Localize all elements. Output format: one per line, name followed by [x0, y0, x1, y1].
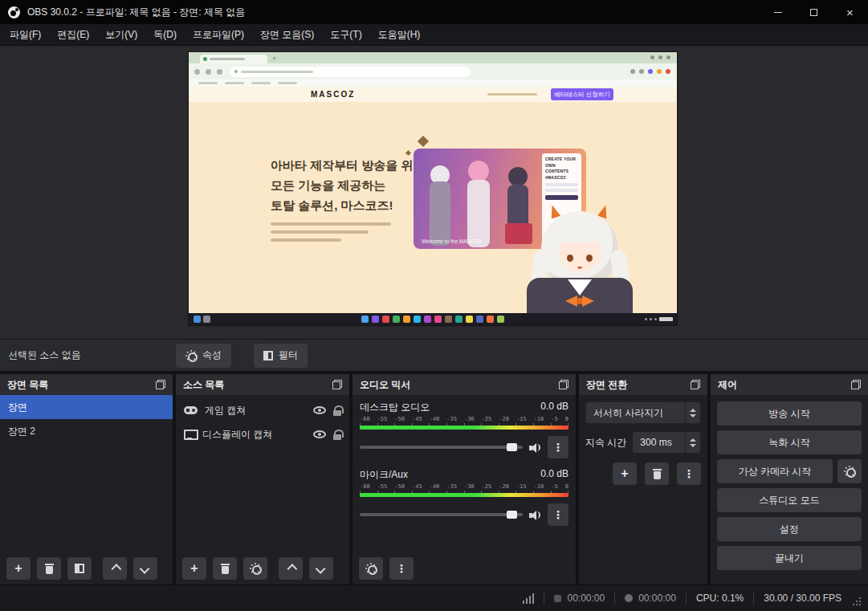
slider-handle[interactable] — [507, 511, 517, 519]
headline-line: 아바타 제작부터 방송을 위한 — [271, 155, 426, 175]
start-virtual-camera-button[interactable]: 가상 카메라 시작 — [717, 459, 833, 483]
close-button[interactable]: × — [832, 0, 868, 24]
window-title: OBS 30.0.2 - 프로파일: 제목 없음 - 장면: 제목 없음 — [27, 6, 245, 19]
move-scene-up-button[interactable] — [103, 557, 127, 580]
add-source-button[interactable]: + — [182, 557, 206, 580]
source-item[interactable]: 디스플레이 캡쳐 — [176, 422, 349, 446]
scene-item[interactable]: 장면 2 — [0, 419, 173, 443]
plus-icon: + — [621, 467, 628, 480]
speaker-icon[interactable] — [529, 510, 541, 520]
transition-menu-button[interactable]: ⋮ — [677, 462, 701, 485]
volume-meter — [360, 493, 568, 497]
channel-header: 데스크탑 오디오 0.0 dB — [360, 401, 568, 414]
chevron-down-icon — [315, 564, 325, 574]
menu-scene-collection[interactable]: 장면 모음(S) — [252, 24, 322, 45]
site-body: 아바타 제작부터 방송을 위한 모든 기능을 제공하는 토탈 솔루션, 마스코즈… — [189, 102, 677, 313]
channel-menu-button[interactable]: ⋮ — [548, 436, 568, 458]
panel-button-placeholder — [545, 195, 578, 200]
volume-meter — [360, 426, 568, 430]
settings-button[interactable]: 설정 — [717, 517, 862, 541]
trash-icon — [653, 469, 662, 479]
minimize-button[interactable] — [760, 0, 796, 24]
move-source-up-button[interactable] — [279, 557, 303, 580]
remove-source-button[interactable] — [213, 557, 237, 580]
duration-label: 지속 시간 — [585, 436, 626, 450]
site-logo: MASCOZ — [311, 90, 355, 99]
source-item[interactable]: 게임 캡쳐 — [176, 398, 349, 422]
sources-toolbar: + — [176, 552, 349, 585]
plus-icon: + — [14, 562, 22, 575]
preview-canvas[interactable]: + — [189, 52, 677, 325]
browser-tab — [200, 55, 267, 63]
visibility-icon[interactable] — [313, 406, 326, 414]
scene-filters-button[interactable] — [67, 557, 92, 580]
popout-icon[interactable] — [156, 380, 165, 389]
scene-list: 장면 장면 2 — [0, 395, 173, 552]
controls-dock: 제어 방송 시작 녹화 시작 가상 카메라 시작 스튜디오 모드 설정 끝내기 — [711, 374, 868, 585]
menu-view[interactable]: 보기(V) — [97, 24, 145, 45]
maximize-button[interactable] — [796, 0, 832, 24]
menu-docks[interactable]: 독(D) — [145, 24, 185, 45]
display-capture-icon — [184, 430, 195, 439]
avatar-bow — [565, 295, 594, 307]
properties-button[interactable]: 속성 — [176, 344, 231, 368]
dock-title-label: 제어 — [718, 378, 737, 392]
transition-select[interactable]: 서서히 사라지기 — [585, 401, 701, 424]
visibility-icon[interactable] — [313, 430, 326, 438]
add-scene-button[interactable]: + — [6, 557, 31, 580]
menu-tools[interactable]: 도구(T) — [322, 24, 369, 45]
channel-menu-button[interactable]: ⋮ — [548, 503, 568, 526]
remove-transition-button[interactable] — [645, 462, 669, 485]
transitions-dock-title: 장면 전환 — [579, 374, 707, 395]
duration-spinner[interactable] — [685, 432, 700, 453]
add-transition-button[interactable]: + — [613, 462, 637, 485]
speaker-icon[interactable] — [529, 442, 541, 453]
studio-mode-button[interactable]: 스튜디오 모드 — [717, 488, 862, 512]
mixer-body: 데스크탑 오디오 0.0 dB -60-55-50-45-40-35-30-25… — [352, 395, 576, 552]
gear-icon — [250, 563, 261, 574]
filters-button[interactable]: 필터 — [254, 344, 308, 368]
popout-icon[interactable] — [559, 380, 568, 389]
transitions-dock: 장면 전환 서서히 사라지기 지속 시간 300 ms + — [579, 374, 707, 585]
start-streaming-button[interactable]: 방송 시작 — [717, 401, 862, 426]
mixer-menu-button[interactable]: ⋮ — [389, 557, 414, 580]
source-properties-button[interactable] — [243, 557, 267, 580]
move-source-down-button[interactable] — [309, 557, 333, 580]
cpu-usage: CPU: 0.1% — [696, 593, 744, 604]
popout-icon[interactable] — [691, 380, 700, 389]
menu-file[interactable]: 파일(F) — [2, 24, 49, 45]
reload-icon — [217, 69, 222, 75]
move-scene-down-button[interactable] — [133, 557, 157, 580]
scenes-toolbar: + — [0, 552, 173, 585]
menu-profile[interactable]: 프로파일(P) — [185, 24, 252, 45]
mixer-dock: 오디오 믹서 데스크탑 오디오 0.0 dB -60-55-50-45-40-3… — [352, 374, 576, 585]
popout-icon[interactable] — [851, 380, 861, 389]
popout-icon[interactable] — [332, 380, 342, 389]
no-source-label: 선택된 소스 없음 — [0, 348, 176, 362]
dock-title-label: 장면 목록 — [7, 378, 48, 392]
virtual-camera-settings-button[interactable] — [837, 459, 862, 483]
start-recording-button[interactable]: 녹화 시작 — [717, 430, 862, 454]
volume-slider[interactable] — [360, 446, 523, 449]
volume-slider[interactable] — [360, 513, 523, 516]
gear-icon — [185, 350, 197, 361]
avatar-bangs — [554, 222, 605, 243]
menu-edit[interactable]: 편집(E) — [49, 24, 97, 45]
slider-handle[interactable] — [507, 443, 517, 451]
scene-item[interactable]: 장면 — [0, 395, 173, 419]
source-label: 디스플레이 캡쳐 — [202, 428, 306, 442]
lock-icon[interactable] — [333, 405, 341, 416]
statusbar-separator — [686, 593, 687, 605]
duration-input[interactable]: 300 ms — [632, 431, 701, 454]
lock-icon[interactable] — [333, 430, 341, 440]
remove-scene-button[interactable] — [37, 557, 61, 580]
duration-row: 지속 시간 300 ms — [585, 431, 701, 454]
combo-spinner[interactable] — [685, 402, 700, 423]
titlebar[interactable]: OBS 30.0.2 - 프로파일: 제목 없음 - 장면: 제목 없음 × — [0, 0, 868, 24]
menu-help[interactable]: 도움말(H) — [370, 24, 429, 45]
exit-button[interactable]: 끝내기 — [717, 546, 862, 570]
resize-grip[interactable] — [851, 596, 862, 606]
taskbar-tray — [645, 317, 673, 321]
kebab-icon: ⋮ — [683, 468, 695, 479]
advanced-audio-button[interactable] — [359, 557, 383, 580]
